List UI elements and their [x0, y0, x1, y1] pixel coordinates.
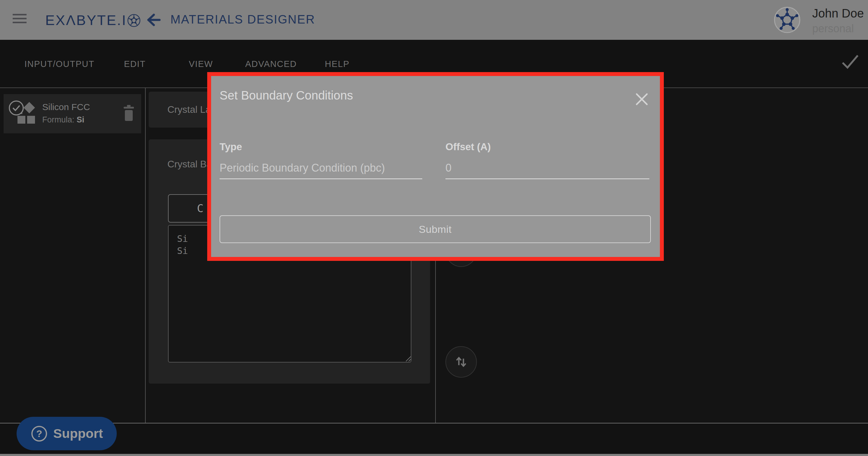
offset-field-label: Offset (A): [445, 141, 491, 153]
support-label: Support: [53, 426, 103, 441]
offset-underline: [445, 179, 649, 179]
user-name[interactable]: John Doe: [812, 7, 864, 20]
material-title: Silicon FCC: [42, 102, 90, 112]
logo-text: EXΛBYTE.I: [45, 12, 127, 28]
support-button[interactable]: ? Support: [17, 417, 117, 450]
bottom-scroll-strip: [0, 454, 868, 456]
menu-edit[interactable]: EDIT: [124, 59, 146, 69]
offset-input[interactable]: [445, 162, 639, 174]
material-formula: Formula: Si: [42, 115, 85, 125]
swap-vert-icon: [453, 354, 469, 370]
modal-title: Set Boundary Conditions: [220, 89, 353, 102]
submit-button[interactable]: Submit: [220, 215, 651, 243]
material-list-item[interactable]: Silicon FCC Formula: Si: [4, 94, 141, 133]
top-header: EXΛBYTE.I MATERIALS DESIGNER: [0, 0, 868, 40]
user-workspace: personal: [812, 22, 854, 35]
page-title: MATERIALS DESIGNER: [170, 0, 315, 39]
help-circle-icon: ?: [30, 425, 48, 443]
bottom-bar: [0, 423, 868, 456]
save-check-icon[interactable]: [840, 53, 860, 72]
type-underline: [220, 179, 422, 179]
menu-help[interactable]: HELP: [325, 59, 349, 69]
swap-axes-button[interactable]: [445, 346, 477, 377]
logo-ball-icon: [127, 14, 141, 27]
close-icon[interactable]: [635, 92, 649, 106]
hamburger-menu-icon[interactable]: [13, 14, 27, 24]
menu-view[interactable]: VIEW: [189, 59, 213, 69]
menu-input-output[interactable]: INPUT/OUTPUT: [25, 59, 94, 69]
set-boundary-conditions-modal: Set Boundary Conditions Type Offset (A) …: [207, 72, 664, 261]
back-arrow-icon[interactable]: [146, 12, 161, 28]
type-field-label: Type: [220, 141, 242, 153]
textarea-resize-handle[interactable]: [404, 354, 411, 362]
sidebar-divider: [145, 88, 146, 423]
delete-material-icon[interactable]: [122, 105, 136, 121]
menu-advanced[interactable]: ADVANCED: [245, 59, 297, 69]
formula-value: Si: [76, 115, 85, 124]
exabyte-logo[interactable]: EXΛBYTE.I: [45, 0, 141, 40]
type-select[interactable]: Periodic Boundary Condition (pbc): [220, 162, 385, 174]
svg-text:?: ?: [36, 428, 42, 439]
formula-label: Formula:: [42, 115, 76, 124]
user-avatar[interactable]: [774, 7, 801, 33]
material-widgets-check-icon: [8, 100, 37, 129]
materials-designer-screen: EXΛBYTE.I MATERIALS DESIGNER: [0, 0, 868, 456]
